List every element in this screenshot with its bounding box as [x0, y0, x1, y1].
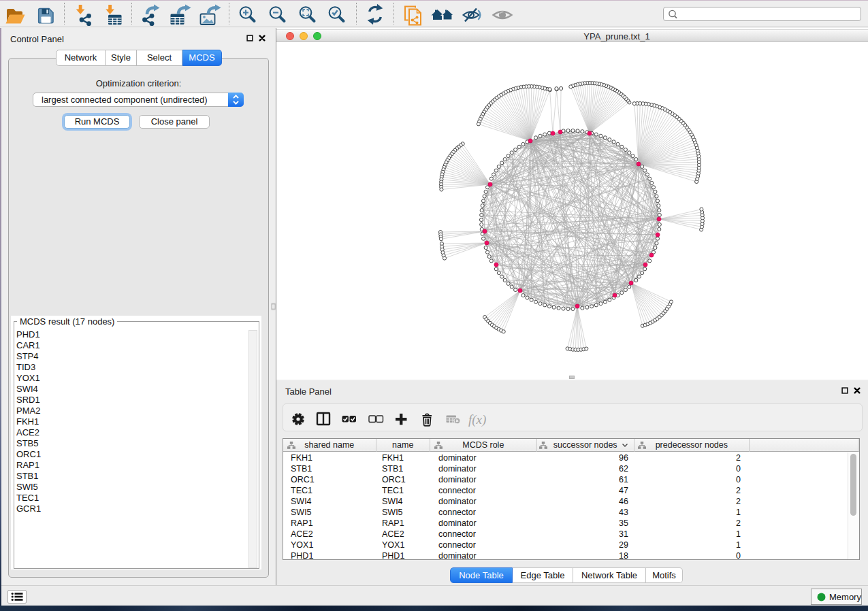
- svg-text:f(x): f(x): [468, 412, 486, 427]
